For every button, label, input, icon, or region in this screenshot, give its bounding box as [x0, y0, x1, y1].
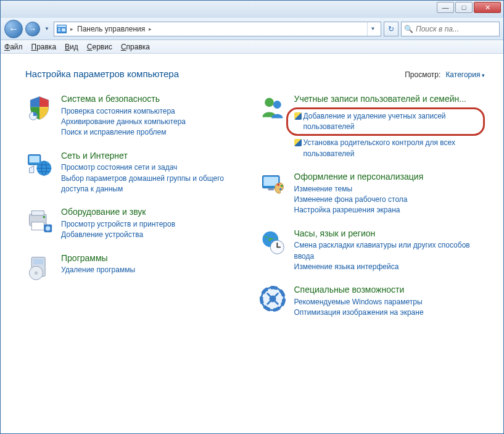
close-button[interactable]: ✕ [474, 2, 501, 13]
categories-grid: Система и безопасность Проверка состояни… [25, 94, 485, 319]
ease-of-access-icon [258, 285, 287, 313]
category-user-accounts: Учетные записи пользователей и семейн...… [258, 94, 485, 159]
clock-globe-icon [258, 228, 287, 257]
category-programs: Программы Удаление программы [25, 253, 252, 282]
category-title[interactable]: Специальные возможности [294, 285, 485, 296]
category-link[interactable]: Удаление программы [61, 265, 252, 275]
address-dropdown[interactable]: ▼ [367, 22, 378, 36]
forward-button[interactable]: → [25, 22, 40, 36]
category-link[interactable]: Оптимизация изображения на экране [294, 307, 485, 318]
control-panel-icon [57, 25, 67, 33]
category-link[interactable]: Просмотр устройств и принтеров [61, 219, 252, 230]
category-title[interactable]: Оборудование и звук [61, 207, 252, 218]
menu-bar: Файл Правка Вид Сервис Справка [1, 40, 503, 54]
category-title[interactable]: Программы [61, 253, 252, 264]
svg-point-19 [265, 98, 274, 107]
menu-help[interactable]: Справка [121, 43, 150, 51]
search-input[interactable] [416, 25, 497, 33]
category-link[interactable]: Архивирование данных компьютера [61, 117, 252, 127]
view-by-dropdown[interactable]: Категория [445, 70, 485, 79]
category-link[interactable]: Настройка разрешения экрана [294, 205, 485, 215]
category-title[interactable]: Сеть и Интернет [61, 151, 252, 162]
category-link[interactable]: Изменение фона рабочего стола [294, 194, 485, 205]
back-button[interactable]: ← [4, 20, 23, 38]
address-bar[interactable]: ▸ Панель управления ▸ ▼ [54, 22, 381, 36]
category-link[interactable]: Изменение темы [294, 184, 485, 194]
category-link[interactable]: Поиск и исправление проблем [61, 127, 252, 138]
printer-hardware-icon [25, 207, 54, 235]
categories-right-col: Учетные записи пользователей и семейн...… [258, 94, 485, 319]
category-network: Сеть и Интернет Просмотр состояния сети … [25, 151, 252, 195]
svg-rect-16 [33, 259, 43, 264]
users-icon [258, 94, 287, 122]
svg-rect-7 [30, 156, 40, 162]
category-link[interactable]: Добавление устройства [61, 230, 252, 240]
svg-point-25 [280, 185, 283, 187]
category-link[interactable]: Просмотр состояния сети и задач [61, 162, 252, 173]
svg-rect-1 [57, 25, 66, 27]
category-link[interactable]: Рекомендуемые Windows параметры [294, 297, 485, 307]
category-title[interactable]: Система и безопасность [61, 94, 252, 105]
category-title[interactable]: Оформление и персонализация [294, 172, 485, 183]
breadcrumb-sep-icon[interactable]: ▸ [149, 26, 152, 32]
svg-rect-2 [58, 28, 60, 30]
category-link[interactable]: Смена раскладки клавиатуры или других сп… [294, 240, 485, 262]
titlebar: — □ ✕ [1, 1, 503, 18]
control-panel-window: — □ ✕ ← → ▼ ▸ Панель управления ▸ ▼ ↻ 🔍 … [0, 0, 504, 434]
svg-point-26 [279, 188, 282, 191]
refresh-button[interactable]: ↻ [384, 22, 399, 36]
category-appearance: Оформление и персонализация Изменение те… [258, 172, 485, 216]
category-clock-region: Часы, язык и регион Смена раскладки клав… [258, 228, 485, 273]
monitor-paint-icon [258, 172, 287, 200]
category-hardware: Оборудование и звук Просмотр устройств и… [25, 207, 252, 240]
page-title: Настройка параметров компьютера [25, 69, 405, 79]
view-by-label: Просмотр: [405, 70, 440, 79]
disc-box-icon [25, 253, 54, 282]
svg-point-24 [277, 183, 279, 186]
menu-service[interactable]: Сервис [87, 43, 112, 51]
svg-rect-10 [31, 211, 44, 215]
nav-history-dropdown[interactable]: ▼ [43, 20, 51, 38]
svg-rect-3 [58, 30, 60, 31]
category-link-parental-controls[interactable]: Установка родительского контроля для все… [294, 138, 485, 159]
svg-point-18 [35, 271, 38, 275]
minimize-button[interactable]: — [437, 2, 454, 13]
nav-bar: ← → ▼ ▸ Панель управления ▸ ▼ ↻ 🔍 [1, 18, 503, 40]
svg-point-14 [46, 227, 50, 231]
content-header: Настройка параметров компьютера Просмотр… [25, 69, 485, 79]
svg-rect-11 [31, 222, 44, 230]
search-icon: 🔍 [404, 25, 413, 33]
svg-point-20 [273, 101, 281, 109]
category-link[interactable]: Проверка состояния компьютера [61, 106, 252, 117]
globe-network-icon [25, 151, 54, 179]
category-link-add-remove-accounts[interactable]: Добавление и удаление учетных записей по… [294, 111, 477, 133]
category-title[interactable]: Учетные записи пользователей и семейн... [294, 94, 485, 105]
categories-left-col: Система и безопасность Проверка состояни… [25, 94, 252, 319]
menu-file[interactable]: Файл [4, 43, 23, 51]
svg-rect-23 [268, 188, 273, 191]
content-area: Настройка параметров компьютера Просмотр… [1, 54, 503, 433]
highlight-marker: Добавление и удаление учетных записей по… [286, 107, 485, 136]
category-link[interactable]: Изменение языка интерфейса [294, 262, 485, 272]
menu-edit[interactable]: Правка [31, 43, 57, 51]
breadcrumb-root[interactable]: Панель управления [77, 25, 145, 33]
svg-rect-4 [62, 28, 65, 31]
category-ease-of-access: Специальные возможности Рекомендуемые Wi… [258, 285, 485, 318]
menu-view[interactable]: Вид [65, 43, 78, 51]
category-title[interactable]: Часы, язык и регион [294, 228, 485, 240]
shield-pie-icon [25, 94, 54, 122]
category-link[interactable]: Выбор параметров домашней группы и общег… [61, 173, 252, 195]
category-system-security: Система и безопасность Проверка состояни… [25, 94, 252, 138]
search-box[interactable]: 🔍 [401, 22, 500, 36]
svg-point-12 [43, 216, 46, 219]
maximize-button[interactable]: □ [455, 2, 473, 13]
breadcrumb-sep-icon: ▸ [70, 26, 73, 32]
